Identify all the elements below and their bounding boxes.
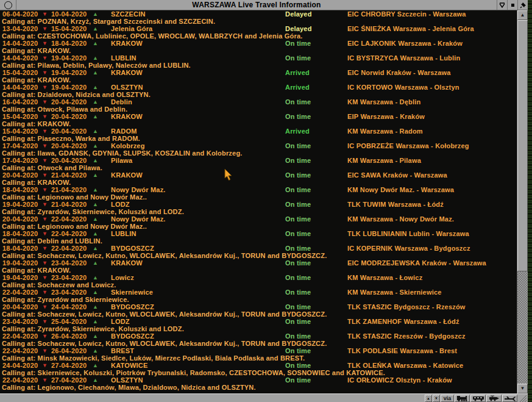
start-date: 19-04-2020	[2, 259, 38, 267]
depart-down-icon: ▼	[42, 215, 48, 223]
calling-at-line: Calling at: Ilawa, GDANSK, GDYNIA, SLUPS…	[0, 149, 517, 157]
entry-main-line: 20-04-2020 ▼ 24-04-2020 ▲ BYDGOSZCZ On t…	[0, 303, 517, 310]
end-date: 22-04-2020	[51, 230, 87, 237]
mouse-cursor	[224, 169, 233, 181]
calling-at-line: Calling at: Dzialdowo, Nidzica and OLSZT…	[0, 91, 517, 98]
start-date: 20-04-2020	[2, 215, 38, 223]
entry-main-line: 20-04-2020 ▼ 22-04-2020 ▲ Nowy Dwór Maz.…	[0, 215, 517, 223]
scroll-down-button[interactable]: ▼	[517, 384, 528, 393]
entry-main-line: 19-04-2020 ▼ 21-04-2020 ▲ LODZ On time T…	[0, 201, 517, 208]
arrive-up-icon: ▲	[93, 142, 98, 149]
scrollbar-thumb[interactable]	[517, 20, 528, 271]
depart-down-icon: ▼	[42, 84, 48, 91]
status-badge: On time	[285, 376, 311, 384]
end-date: 23-04-2020	[51, 274, 87, 281]
board-entry: 24-04-2020 ▼ 27-04-2020 ▲ KATOWICE On ti…	[0, 362, 517, 376]
end-date: 20-04-2020	[51, 113, 87, 120]
entry-main-line: 15-04-2020 ▼ 19-04-2020 ▲ KRAKOW Arrived…	[0, 69, 517, 76]
service-name: EIC ŚNIEŻKA Warszawa - Jelenia Góra	[347, 25, 474, 32]
destination: OLSZTYN	[111, 376, 143, 384]
end-date: 21-04-2020	[51, 171, 87, 179]
depart-down-icon: ▼	[42, 274, 48, 281]
board-entry: 20-04-2020 ▼ 22-04-2020 ▲ Nowy Dwór Maz.…	[0, 215, 517, 230]
entry-main-line: 06-04-2020 ▼ 10-04-2020 ▲ SZCZECIN Delay…	[0, 10, 517, 18]
status-badge: On time	[285, 347, 311, 354]
depart-down-icon: ▼	[42, 69, 48, 76]
status-badge: On time	[285, 274, 311, 281]
start-date: 18-04-2020	[2, 230, 38, 237]
destination: BYDGOSZCZ	[111, 303, 154, 310]
end-date: 20-04-2020	[51, 98, 87, 106]
service-name: TLK STASZIC Bydgoszcz - Rzeszów	[347, 303, 466, 310]
depart-down-icon: ▼	[42, 245, 48, 252]
entry-main-line: 18-04-2020 ▼ 22-04-2020 ▲ LUBLIN On time…	[0, 230, 517, 237]
entry-main-line: 22-04-2020 ▼ 26-04-2020 ▲ BREST On time …	[0, 347, 517, 354]
toolbar-down-button[interactable]: ▼	[433, 395, 440, 402]
plane-mode-button[interactable]	[502, 395, 517, 402]
end-date: 20-04-2020	[51, 127, 87, 135]
iconify-button[interactable]	[507, 0, 517, 10]
shade-button[interactable]	[497, 0, 507, 10]
start-date: 18-04-2020	[2, 186, 38, 193]
bus-mode-button[interactable]	[470, 395, 486, 402]
calling-at-line: Calling at: Legionowo and Nowy Dwór Maz.…	[0, 223, 517, 230]
resize-grip[interactable]	[518, 395, 527, 402]
status-badge: On time	[285, 142, 311, 149]
depart-down-icon: ▼	[42, 318, 48, 325]
end-date: 26-04-2020	[51, 332, 87, 340]
start-date: 22-04-2020	[2, 376, 38, 384]
board-entry: 19-04-2020 ▼ 23-04-2020 ▲ KRAKOW On time…	[0, 259, 517, 274]
board-entry: 22-04-2020 ▼ 26-04-2020 ▲ BREST On time …	[0, 347, 517, 362]
service-name: KM Warszawa - Łowicz	[347, 274, 422, 281]
destination: KRAKOW	[111, 259, 143, 267]
arrive-up-icon: ▲	[93, 318, 98, 325]
scroll-up-button[interactable]: ▲	[517, 10, 528, 20]
end-date: 22-04-2020	[51, 245, 87, 252]
end-date: 27-04-2020	[51, 376, 87, 384]
statusbar: ▲ ▼ via	[0, 393, 528, 402]
tram-mode-button[interactable]	[486, 395, 502, 402]
service-name: KM Warszawa - Dęblin	[347, 98, 420, 106]
board-entry: 15-04-2020 ▼ 19-04-2020 ▲ KRAKOW Arrived…	[0, 69, 517, 84]
iconify-icon	[511, 3, 515, 7]
status-badge: On time	[285, 215, 311, 223]
start-date: 15-04-2020	[2, 127, 38, 135]
status-badge: On time	[285, 245, 311, 252]
status-badge: Arrived	[285, 127, 310, 135]
calling-at-line: Calling at: Sochaczew, Lowicz, Kutno, WL…	[0, 340, 517, 347]
destination: BYDGOSZCZ	[111, 332, 154, 340]
calling-at-line: Calling at: CZESTOCHOWA, Lubliniec, OPOL…	[0, 32, 517, 40]
status-badge: On time	[285, 362, 311, 369]
service-name: TLK OLEŃKA Warszawa - Katowice	[347, 362, 463, 369]
board-entry: 17-04-2020 ▼ 20-04-2020 ▲ Pilawa On time…	[0, 157, 517, 171]
close-button[interactable]	[517, 0, 528, 10]
service-name: KM Warszawa - Skierniewice	[347, 289, 442, 296]
toolbar-up-button[interactable]: ▲	[425, 395, 432, 402]
destination: KRAKOW	[111, 171, 143, 179]
arrive-up-icon: ▲	[93, 259, 98, 267]
depart-down-icon: ▼	[42, 10, 48, 18]
calling-at-line: Calling at: KRAKOW.	[0, 267, 517, 274]
window-menu-button[interactable]	[0, 0, 16, 10]
destination: Nowy Dwór Maz.	[111, 215, 166, 223]
entry-main-line: 18-04-2020 ▼ 21-04-2020 ▲ Nowy Dwór Maz.…	[0, 186, 517, 193]
entry-main-line: 22-04-2020 ▼ 23-04-2020 ▲ Skierniewice O…	[0, 289, 517, 296]
scrollbar[interactable]: ▲ ▼	[517, 10, 528, 393]
end-date: 22-04-2020	[51, 215, 87, 223]
service-name: EIC LAJKONIK Warszawa - Kraków	[347, 40, 463, 47]
via-button[interactable]: via	[441, 395, 454, 402]
calling-at-line: Calling at: Otwock and Pilawa.	[0, 164, 517, 171]
calling-at-line: Calling at: Piaseczno, Warka and RADOM.	[0, 135, 517, 142]
arrive-up-icon: ▲	[93, 332, 98, 340]
start-date: 15-04-2020	[2, 69, 38, 76]
train-mode-button[interactable]	[455, 395, 470, 402]
status-badge: On time	[285, 318, 311, 325]
status-badge: On time	[285, 186, 311, 193]
board: 06-04-2020 ▼ 10-04-2020 ▲ SZCZECIN Delay…	[0, 10, 517, 393]
arrive-up-icon: ▲	[93, 10, 98, 18]
start-date: 18-04-2020	[2, 245, 38, 252]
end-date: 19-04-2020	[51, 84, 87, 91]
service-name: TLK TUWIM Warszawa - Łódź	[347, 201, 444, 208]
board-entry: 15-04-2020 ▼ 20-04-2020 ▲ KRAKOW On time…	[0, 113, 517, 127]
status-badge: Arrived	[285, 69, 310, 76]
